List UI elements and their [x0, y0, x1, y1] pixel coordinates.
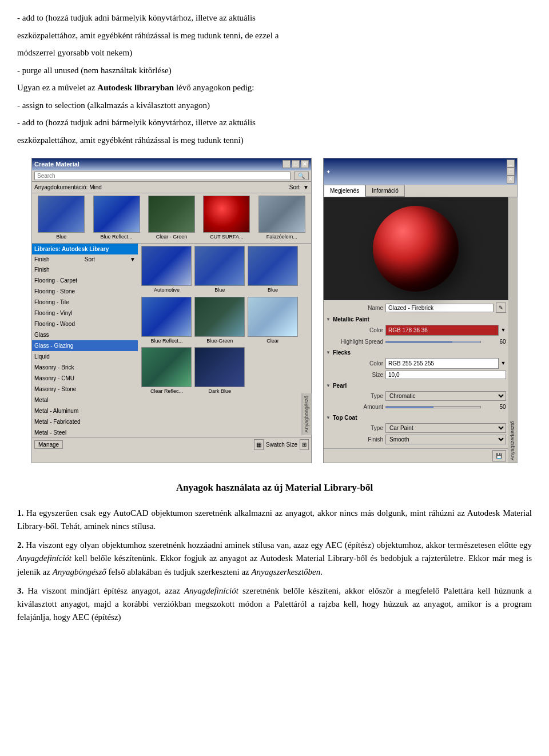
- icon-grid-small[interactable]: ▦: [254, 439, 264, 450]
- flecks-label: Flecks: [333, 348, 351, 357]
- pearl-type-row: Type Chromatic: [326, 391, 506, 401]
- pearl-amount-value: 50: [483, 403, 506, 411]
- color-dropdown-arrow[interactable]: ▼: [501, 327, 506, 335]
- autodesk-library-bold: Autodesk libraryban: [97, 83, 174, 92]
- search-button[interactable]: 🔍: [294, 172, 309, 180]
- library-list[interactable]: Finish Flooring - Carpet Flooring - Ston…: [32, 264, 138, 437]
- name-edit-button[interactable]: ✎: [496, 303, 506, 313]
- right-tabs: Megjelenés Információ: [324, 185, 517, 197]
- lib-item-finish[interactable]: Finish: [32, 264, 138, 275]
- minimize-button[interactable]: _: [283, 160, 291, 168]
- right-maximize-button[interactable]: □: [507, 168, 515, 176]
- thumb-blue-reflect[interactable]: Blue Reflect...: [89, 196, 143, 241]
- para2-num: 2.: [17, 540, 23, 550]
- flecks-section: ▼ Flecks: [326, 348, 506, 357]
- tab-megjelenes[interactable]: Megjelenés: [324, 185, 365, 197]
- finish-dropdown[interactable]: Smooth: [385, 435, 506, 444]
- search-input[interactable]: [34, 172, 291, 180]
- right-minimize-button[interactable]: _: [507, 160, 515, 168]
- lib-item-flooring-stone[interactable]: Flooring - Stone: [32, 286, 138, 297]
- intro-line1: - add to (hozzá tudjuk adni bármelyik kö…: [17, 11, 532, 25]
- mat-thumb-clear-reflect[interactable]: Clear Reflec...: [141, 347, 192, 396]
- mat-thumb-blue-reflect[interactable]: Blue Reflect...: [141, 297, 192, 345]
- flecks-color-dropdown-arrow[interactable]: ▼: [501, 360, 506, 368]
- mat-thumb-blue2[interactable]: Blue: [248, 246, 299, 295]
- mat-thumb-blue2-image: [248, 246, 298, 286]
- mat-thumb-automotive[interactable]: Automotive: [141, 246, 192, 295]
- mat-thumb-dark-blue-label: Dark Blue: [208, 388, 231, 396]
- name-label: Name: [326, 304, 383, 312]
- mat-thumb-blue-green-label: Blue-Green: [206, 337, 233, 345]
- name-field[interactable]: [385, 304, 494, 312]
- intro-line3: módszerrel gyorsabb volt nekem): [17, 46, 532, 59]
- lib-item-flooring-vinyl[interactable]: Flooring - Vinyl: [32, 308, 138, 319]
- flecks-size-label: Size: [326, 371, 383, 379]
- close-button[interactable]: ✕: [301, 160, 309, 168]
- lib-item-metal-fabricated[interactable]: Metal - Fabricated: [32, 416, 138, 427]
- right-content: Name ✎ ▼ Metallic Paint Color RGB 178 36…: [324, 197, 508, 463]
- topcoat-label: Top Coat: [333, 413, 357, 422]
- lib-item-masonry-brick[interactable]: Masonry - Brick: [32, 362, 138, 373]
- sort2-label: Sort: [85, 255, 95, 264]
- para1-num: 1.: [17, 508, 23, 518]
- libraries-header: Libraries: Autodesk Library: [32, 244, 138, 254]
- right-titlebar: ✦ _ □ ✕: [324, 158, 517, 185]
- para3-text1: Ha viszont mindjárt építész anyagot, aza…: [23, 586, 184, 595]
- pearl-amount-bar[interactable]: [385, 406, 481, 408]
- mat-thumb-blue-green[interactable]: Blue-Green: [194, 297, 245, 345]
- flecks-size-field[interactable]: [385, 371, 506, 379]
- para3-num: 3.: [17, 586, 23, 595]
- lib-item-glass-glazing[interactable]: Glass - Glazing: [32, 340, 138, 351]
- lib-item-flooring-carpet[interactable]: Flooring - Carpet: [32, 275, 138, 286]
- swatch-size-controls: ▦ Swatch Size ⊞: [254, 439, 309, 450]
- name-row: Name ✎: [326, 303, 506, 313]
- lib-item-liquid[interactable]: Liquid: [32, 351, 138, 362]
- topcoat-type-row: Type Car Paint: [326, 423, 506, 433]
- mat-thumb-blue-reflect-label: Blue Reflect...: [150, 337, 182, 345]
- lib-item-masonry-stone[interactable]: Masonry - Stone: [32, 384, 138, 395]
- mat-thumb-blue-reflect-image: [141, 297, 192, 337]
- mat-thumb-dark-blue[interactable]: Dark Blue: [194, 347, 245, 396]
- para2-text1: Ha viszont egy olyan objektumhoz szeretn…: [23, 540, 532, 550]
- color-value[interactable]: RGB 178 36 36: [385, 325, 499, 336]
- lib-item-flooring-tile[interactable]: Flooring - Tile: [32, 297, 138, 308]
- bottom-section: Libraries: Autodesk Library Finish Sort …: [32, 243, 311, 437]
- library-subheader: Finish Sort ▼: [32, 254, 138, 264]
- thumb-blue[interactable]: Blue: [34, 196, 88, 241]
- topcoat-type-dropdown[interactable]: Car Paint: [385, 423, 506, 433]
- right-save-button[interactable]: 💾: [492, 450, 506, 461]
- mat-thumb-blue2-label: Blue: [268, 287, 278, 295]
- material-sphere-preview: [373, 206, 459, 292]
- intro-line5: - assign to selection (alkalmazás a kivá…: [17, 99, 532, 112]
- screenshots-row: Create Material _ □ ✕ 🔍 Anyagdokumentáci…: [17, 158, 532, 463]
- left-bottom-bar: Manage ▦ Swatch Size ⊞: [32, 437, 311, 451]
- lib-item-metal-steel[interactable]: Metal - Steel: [32, 427, 138, 437]
- top-thumbnails-grid: Blue Blue Reflect... Clear - Green CUT S…: [32, 193, 311, 244]
- maximize-button[interactable]: □: [292, 160, 300, 168]
- flecks-color-value[interactable]: RGB 255 255 255: [385, 358, 499, 369]
- thumb-clear-green[interactable]: Clear - Green: [145, 196, 198, 241]
- pearl-type-dropdown[interactable]: Chromatic: [385, 391, 506, 401]
- right-close-button[interactable]: ✕: [507, 176, 515, 184]
- thumb-cut-surfa[interactable]: CUT SURFA...: [200, 196, 253, 241]
- thumb-falazoe[interactable]: Falazóelem...: [255, 196, 309, 241]
- lib-item-metal-aluminum[interactable]: Metal - Aluminum: [32, 405, 138, 416]
- lib-item-glass[interactable]: Glass: [32, 329, 138, 340]
- icon-grid-large[interactable]: ⊞: [300, 439, 309, 450]
- tab-informacio[interactable]: Információ: [365, 185, 405, 197]
- manage-button[interactable]: Manage: [34, 440, 63, 449]
- mat-thumb-blue[interactable]: Blue: [194, 246, 245, 295]
- lib-item-metal[interactable]: Metal: [32, 395, 138, 405]
- highlight-spread-bar[interactable]: [385, 341, 481, 343]
- lib-item-flooring-wood[interactable]: Flooring - Wood: [32, 319, 138, 329]
- flecks-color-row: Color RGB 255 255 255 ▼: [326, 358, 506, 369]
- finish-row: Finish Smooth: [326, 435, 506, 444]
- pearl-label: Pearl: [333, 381, 347, 390]
- lib-item-masonry-cmu[interactable]: Masonry - CMU: [32, 373, 138, 384]
- library-sidebar: Libraries: Autodesk Library Finish Sort …: [32, 244, 138, 437]
- section-heading: Anyagok használata az új Material Librar…: [17, 480, 532, 495]
- sort2-arrow: ▼: [130, 255, 136, 264]
- left-title: Create Material: [34, 160, 79, 169]
- pearl-triangle-icon: ▼: [326, 383, 331, 389]
- mat-thumb-clear[interactable]: Clear: [248, 297, 299, 345]
